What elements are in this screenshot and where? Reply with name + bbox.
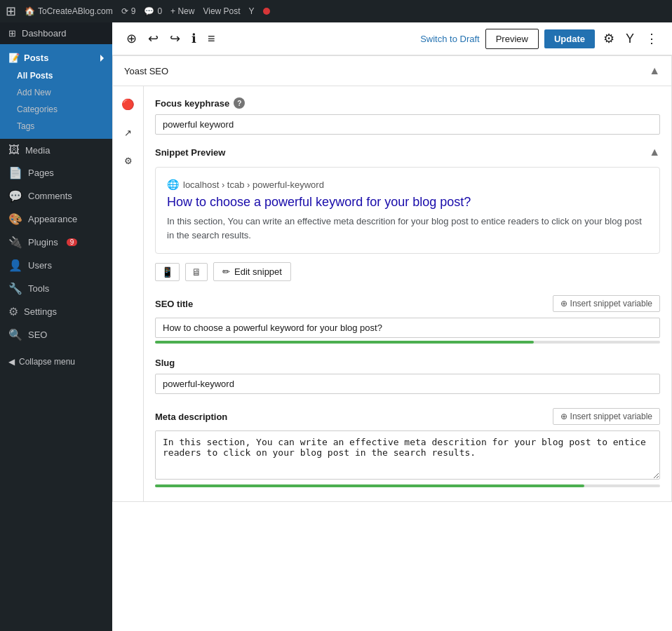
yoast-panel-content: Focus keyphrase ? Snippet Preview ▲ 🌐: [144, 86, 671, 501]
snippet-description: In this section, You can write an effect…: [167, 215, 648, 242]
redo-button[interactable]: ↪: [167, 28, 183, 49]
seo-title-label: SEO title: [155, 299, 193, 309]
undo-button[interactable]: ↩: [145, 28, 161, 49]
meta-description-insert-variable-button[interactable]: ⊕ Insert snippet variable: [553, 408, 660, 425]
sidebar-item-plugins[interactable]: 🔌 Plugins 9: [0, 231, 112, 254]
switch-to-draft-button[interactable]: Switch to Draft: [420, 34, 480, 44]
yoast-toolbar-icon: Y: [626, 32, 634, 46]
list-view-button[interactable]: ≡: [205, 29, 218, 49]
seo-title-input[interactable]: [155, 318, 660, 338]
seo-title-insert-variable-button[interactable]: ⊕ Insert snippet variable: [553, 295, 660, 312]
meta-description-progress-bar: [155, 484, 660, 487]
editor-toolbar: ⊕ ↩ ↪ ℹ ≡ Switch to Draft Preview Update: [112, 22, 672, 55]
users-icon: 👤: [8, 259, 22, 272]
more-options-button[interactable]: ⋮: [643, 28, 661, 49]
update-button[interactable]: Update: [544, 29, 595, 48]
sidebar-item-appearance[interactable]: 🎨 Appearance: [0, 208, 112, 231]
sidebar-item-all-posts[interactable]: All Posts: [0, 67, 112, 84]
slug-label: Slug: [155, 358, 175, 368]
yoast-panel-title: Yoast SEO: [124, 66, 168, 76]
snippet-title-link[interactable]: How to choose a powerful keyword for you…: [167, 194, 648, 210]
mobile-icon: 📱: [161, 266, 173, 278]
left-icon-panel: 🔴 ↗ ⚙: [113, 86, 144, 501]
dashboard-icon: ⊞: [8, 28, 16, 39]
plugins-icon: 🔌: [8, 236, 22, 249]
plus-circle-icon: ⊕: [560, 299, 567, 308]
yoast-admin-icon[interactable]: Y: [249, 6, 255, 16]
yoast-settings-tab[interactable]: ⚙: [116, 148, 141, 173]
add-block-button[interactable]: ⊕: [123, 28, 140, 49]
posts-arrow-icon: [100, 55, 104, 62]
add-icon: ⊕: [126, 31, 137, 46]
site-name[interactable]: 🏠 ToCreateABlog.com: [25, 6, 113, 16]
sidebar-item-pages[interactable]: 📄 Pages: [0, 161, 112, 184]
comments-icon: 💬: [8, 189, 22, 203]
mobile-view-button[interactable]: 📱: [155, 263, 180, 281]
slug-header: Slug: [155, 358, 660, 368]
sidebar-item-settings[interactable]: ⚙ Settings: [0, 300, 112, 323]
snippet-actions: 📱 🖥 ✏ Edit snippet: [155, 262, 660, 281]
redo-icon: ↪: [170, 31, 180, 46]
yoast-panel: Yoast SEO ▲ 🔴 ↗ ⚙: [112, 55, 672, 502]
snippet-preview-section: Snippet Preview ▲ 🌐 localhost › tcab › p…: [155, 146, 660, 281]
sidebar-item-tags[interactable]: Tags: [0, 118, 112, 135]
focus-keyphrase-label: Focus keyphrase ?: [155, 97, 660, 109]
new-button[interactable]: + New: [170, 6, 194, 16]
sidebar-item-seo[interactable]: 🔍 SEO: [0, 323, 112, 346]
pages-icon: 📄: [8, 166, 22, 179]
seo-title-section: SEO title ⊕ Insert snippet variable: [155, 295, 660, 344]
social-tab-icon: ↗: [124, 128, 132, 138]
appearance-icon: 🎨: [8, 212, 22, 226]
posts-icon: 📝: [8, 53, 20, 63]
meta-plus-circle-icon: ⊕: [560, 412, 567, 421]
seo-title-progress-bar: [155, 341, 660, 344]
seo-icon: 🔍: [8, 328, 22, 341]
gear-icon: ⚙: [603, 32, 614, 46]
undo-icon: ↩: [148, 31, 159, 46]
pencil-icon: ✏: [222, 266, 230, 277]
collapse-menu-button[interactable]: ◀ Collapse menu: [0, 352, 112, 372]
sidebar-item-comments[interactable]: 💬 Comments: [0, 184, 112, 208]
collapse-icon: ◀: [8, 357, 15, 367]
snippet-preview-box: 🌐 localhost › tcab › powerful-keyword Ho…: [155, 167, 660, 254]
meta-description-progress-fill: [155, 484, 584, 487]
list-icon: ≡: [208, 32, 215, 46]
admin-bar: ⊞ 🏠 ToCreateABlog.com ⟳ 9 💬 0 + New View…: [0, 0, 672, 22]
seo-tab-icon: 🔴: [121, 98, 135, 111]
comments-count[interactable]: 💬 0: [144, 6, 162, 16]
yoast-toolbar-button[interactable]: Y: [623, 29, 637, 49]
snippet-collapse-button[interactable]: ▲: [649, 146, 660, 158]
yoast-content: 🔴 ↗ ⚙ Focus keyphrase ?: [113, 86, 671, 501]
settings-tab-icon: ⚙: [124, 156, 133, 166]
info-icon: ℹ: [191, 31, 196, 46]
plugins-badge: 9: [67, 238, 78, 246]
sidebar-item-dashboard[interactable]: ⊞ Dashboard: [0, 22, 112, 44]
preview-button[interactable]: Preview: [485, 29, 539, 49]
sidebar-item-categories[interactable]: Categories: [0, 101, 112, 118]
sidebar-item-add-new[interactable]: Add New: [0, 84, 112, 101]
seo-title-header: SEO title ⊕ Insert snippet variable: [155, 295, 660, 312]
sidebar-item-tools[interactable]: 🔧 Tools: [0, 277, 112, 300]
sidebar-item-posts[interactable]: 📝 Posts: [0, 48, 112, 67]
meta-description-header: Meta description ⊕ Insert snippet variab…: [155, 408, 660, 425]
keyphrase-input[interactable]: [155, 114, 660, 135]
desktop-view-button[interactable]: 🖥: [185, 263, 208, 281]
post-settings-button[interactable]: ⚙: [600, 28, 617, 49]
main-editor: ⊕ ↩ ↪ ℹ ≡ Switch to Draft Preview Update: [112, 22, 672, 631]
revisions-count[interactable]: ⟳ 9: [121, 6, 136, 16]
sidebar-posts-section: 📝 Posts All Posts Add New Categories Tag…: [0, 44, 112, 139]
view-post-link[interactable]: View Post: [203, 6, 240, 16]
info-button[interactable]: ℹ: [189, 28, 199, 49]
tools-icon: 🔧: [8, 282, 22, 295]
edit-snippet-button[interactable]: ✏ Edit snippet: [213, 262, 291, 281]
sidebar-item-media[interactable]: 🖼 Media: [0, 139, 112, 161]
meta-description-textarea[interactable]: In this section, You can write an effect…: [155, 430, 660, 480]
keyphrase-help-icon[interactable]: ?: [234, 97, 245, 109]
slug-input[interactable]: [155, 374, 660, 394]
yoast-social-tab[interactable]: ↗: [116, 120, 141, 145]
yoast-collapse-button[interactable]: ▲: [649, 65, 660, 77]
media-icon: 🖼: [8, 144, 20, 156]
sidebar-item-users[interactable]: 👤 Users: [0, 254, 112, 277]
yoast-panel-header: Yoast SEO ▲: [113, 56, 671, 86]
yoast-seo-tab[interactable]: 🔴: [116, 92, 141, 117]
